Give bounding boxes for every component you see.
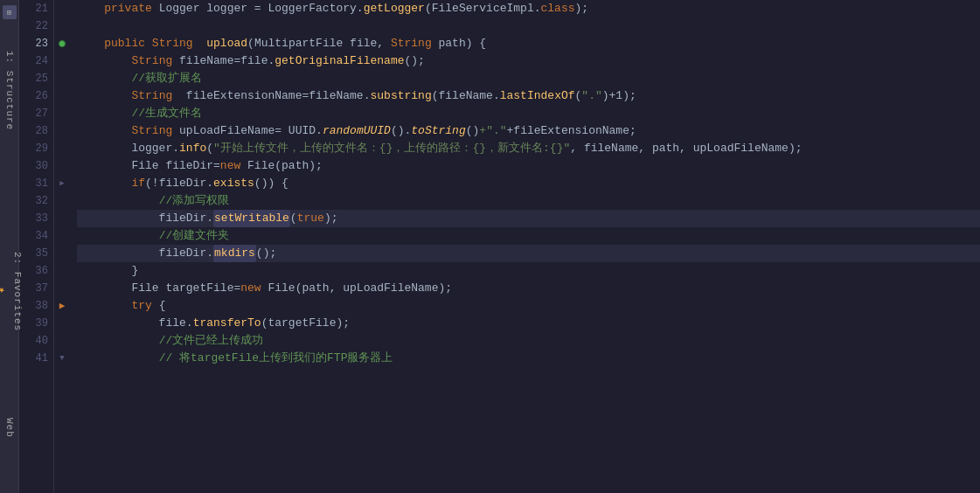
left-sidebar: ⊞ 1: Structure ★ 2: Favorites Web (0, 0, 19, 493)
gutter-38: ▶ (54, 297, 70, 315)
sidebar-tab-web[interactable]: Web (0, 411, 19, 445)
line-numbers-gutter: 21 22 23 24 25 26 27 28 29 30 31 32 33 3… (19, 0, 54, 493)
gutter-22 (54, 17, 70, 35)
code-line-32: //添加写权限 (77, 192, 980, 210)
sidebar-tab-favorites[interactable]: ★ 2: Favorites (0, 245, 19, 338)
gutter-32 (54, 192, 70, 210)
line-num-38: 38 (19, 297, 48, 315)
gutter-27 (54, 105, 70, 122)
highlight-mkdirs: mkdirs (213, 245, 256, 262)
gutter-37 (54, 280, 70, 297)
line-num-37: 37 (19, 280, 48, 297)
highlight-setWritable: setWritable (213, 210, 290, 227)
star-icon: ★ (0, 286, 9, 298)
fold-arrow-41[interactable]: ▼ (59, 350, 64, 367)
line-num-33: 33 (19, 210, 48, 227)
line-num-25: 25 (19, 70, 48, 87)
code-line-34: //创建文件夹 (77, 227, 980, 245)
code-line-38: try { (77, 297, 980, 315)
line-num-39: 39 (19, 315, 48, 332)
line-num-23: 23 (19, 35, 48, 52)
line-num-36: 36 (19, 262, 48, 280)
line-num-29: 29 (19, 140, 48, 157)
gutter-26 (54, 87, 70, 105)
code-line-35: fileDir.mkdirs(); (77, 245, 980, 262)
sidebar-tab-structure[interactable]: 1: Structure (0, 44, 19, 137)
line-num-26: 26 (19, 87, 48, 105)
gutter-29 (54, 140, 70, 157)
line-num-40: 40 (19, 332, 48, 350)
line-num-24: 24 (19, 52, 48, 70)
gutter-28 (54, 122, 70, 140)
code-line-39: file.transferTo(targetFile); (77, 315, 980, 332)
line-num-41: 41 (19, 350, 48, 367)
code-line-29: logger.info("开始上传文件，上传的文件名：{}，上传的路径：{}，新… (77, 140, 980, 157)
gutter-40 (54, 332, 70, 350)
gutter-41: ▼ (54, 350, 70, 367)
line-num-22: 22 (19, 17, 48, 35)
code-line-25: //获取扩展名 (77, 70, 980, 87)
line-num-28: 28 (19, 122, 48, 140)
line-num-31: 31 (19, 175, 48, 192)
gutter-23 (54, 35, 70, 52)
line-num-30: 30 (19, 157, 48, 175)
code-line-30: File fileDir=new File(path); (77, 157, 980, 175)
top-icon-1: ⊞ (3, 5, 17, 19)
code-line-22 (77, 17, 980, 35)
line-num-21: 21 (19, 0, 48, 17)
gutter-21 (54, 0, 70, 17)
code-line-33: fileDir.setWritable(true); (77, 210, 980, 227)
execution-dot (59, 40, 66, 47)
gutter-36 (54, 262, 70, 280)
code-line-37: File targetFile=new File(path, upLoadFil… (77, 280, 980, 297)
code-line-27: //生成文件名 (77, 105, 980, 122)
gutter-30 (54, 157, 70, 175)
code-line-40: //文件已经上传成功 (77, 332, 980, 350)
line-num-32: 32 (19, 192, 48, 210)
code-line-36: } (77, 262, 980, 280)
gutter-icons-area: ▶ ▶ ▼ (54, 0, 70, 493)
gutter-35 (54, 245, 70, 262)
sidebar-icons-top: ⊞ (0, 0, 18, 21)
arrow-indicator: ▶ (59, 297, 66, 315)
line-num-35: 35 (19, 245, 48, 262)
code-line-23: public String upload(MultipartFile file,… (77, 35, 980, 52)
gutter-31: ▶ (54, 175, 70, 192)
gutter-33 (54, 210, 70, 227)
code-line-24: String fileName=file.getOriginalFilename… (77, 52, 980, 70)
code-line-26: String fileExtensionName=fileName.substr… (77, 87, 980, 105)
code-line-41: // 将targetFile上传到我们的FTP服务器上 (77, 350, 980, 367)
code-line-21: private Logger logger = LoggerFactory.ge… (77, 0, 980, 17)
line-num-34: 34 (19, 227, 48, 245)
gutter-24 (54, 52, 70, 70)
code-line-28: String upLoadFileName= UUID.randomUUID()… (77, 122, 980, 140)
code-line-31: if(!fileDir.exists()) { (77, 175, 980, 192)
gutter-39 (54, 315, 70, 332)
code-area[interactable]: private Logger logger = LoggerFactory.ge… (70, 0, 980, 493)
line-num-27: 27 (19, 105, 48, 122)
fold-arrow-31[interactable]: ▶ (59, 175, 64, 192)
gutter-34 (54, 227, 70, 245)
gutter-25 (54, 70, 70, 87)
